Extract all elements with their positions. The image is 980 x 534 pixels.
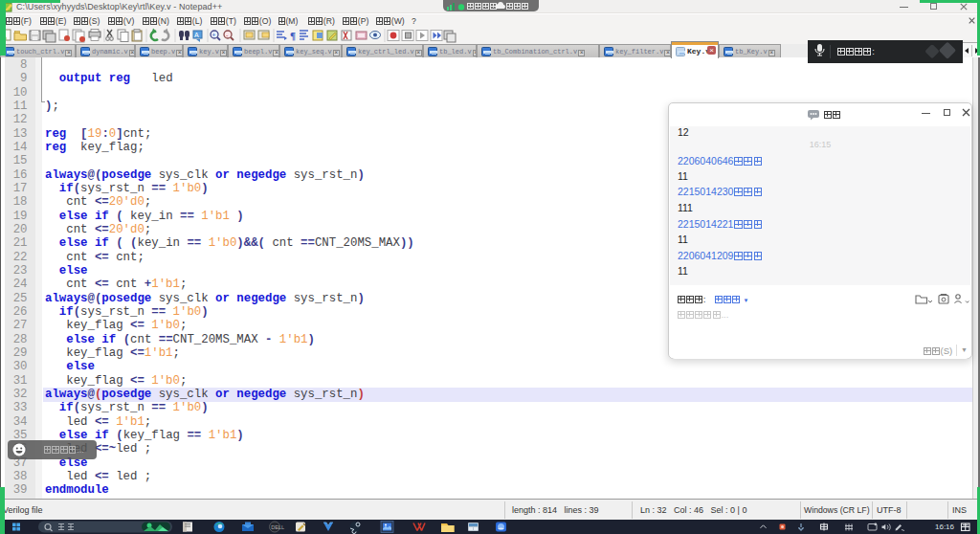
svg-text:A: A xyxy=(194,32,199,38)
svg-text:16:16: 16:16 xyxy=(935,523,955,531)
svg-text:¶: ¶ xyxy=(290,30,296,41)
svg-text:DELL: DELL xyxy=(271,524,284,530)
svg-text:+: + xyxy=(212,32,216,38)
